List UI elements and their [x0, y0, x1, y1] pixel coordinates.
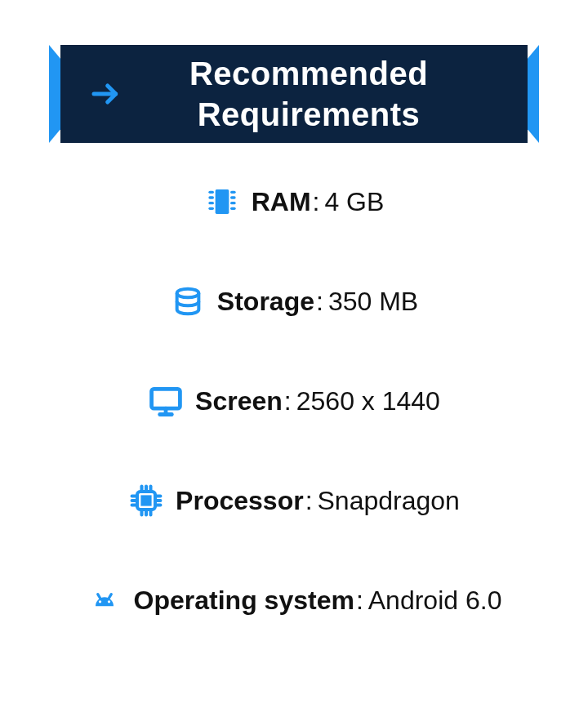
- ram-icon: [204, 184, 240, 220]
- header-edge-right: [528, 45, 539, 143]
- specs-list: RAM : 4 GB Storage : 350 MB Screen : 256…: [0, 184, 588, 618]
- spec-label: Operating system: [134, 586, 354, 616]
- spec-value: Android 6.0: [368, 586, 502, 616]
- spec-row-os: Operating system : Android 6.0: [0, 582, 588, 618]
- spec-sep: :: [284, 386, 292, 416]
- svg-line-30: [97, 594, 100, 599]
- spec-row-ram: RAM : 4 GB: [0, 184, 588, 220]
- spec-value: 2560 x 1440: [296, 386, 440, 416]
- os-icon: [87, 582, 122, 618]
- spec-label: Processor: [176, 486, 304, 516]
- spec-row-storage: Storage : 350 MB: [0, 283, 588, 319]
- header-banner: Recommended Requirements: [49, 45, 539, 143]
- spec-row-screen: Screen : 2560 x 1440: [0, 383, 588, 419]
- header-edge-left: [49, 45, 60, 143]
- spec-value: 350 MB: [328, 287, 418, 317]
- header-title: Recommended Requirements: [122, 53, 528, 135]
- spec-value: 4 GB: [324, 187, 384, 217]
- svg-rect-15: [143, 496, 150, 504]
- spec-label: Storage: [217, 287, 314, 317]
- spec-sep: :: [356, 586, 363, 616]
- spec-sep: :: [305, 486, 313, 516]
- svg-rect-1: [215, 189, 229, 214]
- spec-sep: :: [313, 187, 320, 217]
- storage-icon: [170, 283, 206, 319]
- spec-value: Snapdragon: [318, 486, 460, 516]
- screen-icon: [148, 383, 184, 419]
- svg-rect-11: [152, 389, 180, 408]
- processor-icon: [128, 483, 164, 519]
- svg-line-31: [109, 594, 111, 599]
- arrow-right-icon: [90, 78, 122, 110]
- svg-point-10: [177, 289, 199, 298]
- spec-sep: :: [316, 287, 323, 317]
- header-bar: Recommended Requirements: [60, 45, 528, 143]
- spec-label: Screen: [195, 386, 283, 416]
- svg-point-29: [107, 600, 109, 603]
- svg-point-28: [98, 600, 100, 603]
- spec-row-processor: Processor : Snapdragon: [0, 483, 588, 519]
- spec-label: RAM: [252, 187, 311, 217]
